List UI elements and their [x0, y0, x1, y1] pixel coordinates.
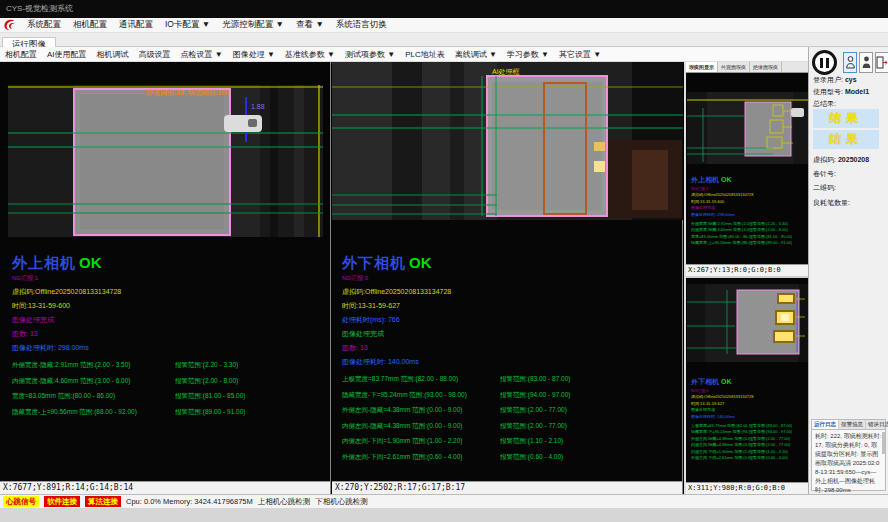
connector-tab — [791, 108, 804, 117]
pixel-coords-bar: X:311;Y:980;R:0;G:0;B:0 — [686, 482, 808, 494]
log-tabs: 运行日志 报警信息 错误日志 — [812, 420, 885, 430]
tab-insulation-defect[interactable]: 绝缘面瑕疵 — [750, 62, 782, 72]
middle-image-canvas[interactable]: AI处理框 — [332, 62, 683, 220]
measurement-text: 内侧左间-下间=1.90mm 范围:(1.00 - 2.20) — [342, 437, 500, 446]
app-logo-icon — [3, 19, 17, 31]
time-line: 时间:13-31-59-627 — [342, 301, 679, 311]
toolbar-item[interactable]: PLC地址表 — [400, 49, 450, 60]
user-switch-button[interactable] — [859, 52, 873, 73]
toolbar-item[interactable]: 离线调试 ▼ — [450, 49, 502, 60]
measurement-row: 外侧宽度-隐藏:2.91mm 范围:(2.00 - 3.50)报警范围:(2.2… — [12, 361, 327, 370]
heartbeat-badge: 心跳信号 — [3, 496, 39, 507]
menu-item[interactable]: 系统配置 — [21, 19, 67, 31]
toolbar-item[interactable]: 点检设置 ▼ — [176, 49, 228, 60]
left-image-canvas[interactable]: 静态阈值:93, 动态阈值:100 1.88 — [8, 85, 323, 237]
camera-title: 外下相机 — [691, 378, 719, 385]
measurement-row: 内侧宽度-隐藏:4.60mm 范围:(3.00 - 6.00)报警范围:(2.0… — [12, 377, 327, 386]
result-box-upper: 结果 — [813, 109, 879, 128]
measurement-list: 外侧宽度-隐藏:2.91mm 范围:(2.00 - 3.50)报警范围:(2.2… — [691, 221, 806, 247]
user-icon — [846, 56, 855, 69]
process-done-line: 图像处理完成 — [342, 329, 679, 339]
camera-view-upper-outer[interactable]: 静态阈值:93, 动态阈值:100 1.88 外上相机OK NG汇报:1 虚拟码… — [0, 62, 331, 494]
mini-image-canvas[interactable] — [687, 284, 808, 362]
measurement-text: 外侧左间-下间=2.61mm 范围:(0.60 - 4.00) — [342, 453, 500, 462]
toolbar-item[interactable]: 其它设置 ▼ — [554, 49, 606, 60]
menu-item[interactable]: 系统语言切换 — [330, 19, 393, 31]
alarm-range: 报警范围:(2.00 - 77.00) — [500, 422, 567, 431]
status-bar: 心跳信号 软件连接 算法连接 Cpu: 0.0% Memory: 3424.41… — [0, 494, 888, 508]
measurement-row: 隐藏宽度-上=90.56mm 范围:(88.00 - 92.00)报警范围:(8… — [691, 240, 806, 246]
measurement-row: 外侧左间-下间=2.61mm 范围:(0.60 - 4.00)报警范围:(0.6… — [691, 455, 806, 461]
measurement-text: 上极宽度=83.77mm 范围:(82.00 - 88.00) — [342, 375, 500, 384]
barcode-line: 虚拟码:Offline20250208133134728 — [12, 287, 327, 297]
measurement-text: 隐藏宽度-上=90.56mm 范围:(88.00 - 92.00) — [12, 408, 175, 417]
cpu-memory-text: Cpu: 0.0% Memory: 3424.41796875M — [126, 497, 253, 506]
alarm-range: 报警范围:(94.00 - 97.00) — [500, 391, 570, 400]
measurement-text: 宽度=83.05mm 范围:(80.00 - 86.00) — [12, 392, 175, 401]
pixel-coords-bar: X:7677;Y:891;R:14;G:14;B:14 — [0, 481, 330, 494]
menu-item[interactable]: 光源控制配置 ▼ — [216, 19, 290, 31]
camera-view-lower-outer[interactable]: AI处理框 外下相机OK NG汇报:0 虚拟码:Offline202502081… — [332, 62, 683, 494]
alarm-range: 报警范围:(89.00 - 91.00) — [175, 408, 245, 417]
measurement-row: 内侧左间-下间=1.90mm 范围:(1.00 - 2.20)报警范围:(1.1… — [342, 437, 679, 446]
virtual-code-value: 20250208 — [838, 156, 869, 163]
camera-area: 静态阈值:93, 动态阈值:100 1.88 外上相机OK NG汇报:1 虚拟码… — [0, 62, 808, 494]
toolbar-item[interactable]: 测试项参数 ▼ — [340, 49, 400, 60]
defect-panel-lower[interactable]: 外下相机OK NG汇报:0 虚拟码:Offline202502081331347… — [686, 278, 808, 494]
pause-button[interactable] — [812, 50, 837, 75]
marker-label: 1.88 — [251, 103, 265, 110]
upper-camera-heartbeat[interactable]: 上相机心跳检测 — [258, 497, 311, 507]
user-filled-icon — [862, 56, 871, 69]
mini-image-canvas[interactable] — [687, 92, 808, 164]
alarm-range: 报警范围:(81.00 - 85.00) — [175, 392, 245, 401]
result-box-lower: 结果 — [813, 130, 879, 149]
toolbar-item[interactable]: 相机调试 — [92, 49, 134, 60]
toolbar-item[interactable]: 学习参数 ▼ — [502, 49, 554, 60]
measurement-row: 宽度=83.05mm 范围:(80.00 - 86.00)报警范围:(81.00… — [12, 392, 327, 401]
toolbar-item[interactable]: 图像处理 ▼ — [228, 49, 280, 60]
user-login-button[interactable] — [843, 52, 857, 73]
elapsed-line: 图像处理耗时: 298.00ms — [12, 343, 327, 353]
camera-title: 外下相机 — [342, 254, 406, 271]
exit-button[interactable] — [875, 52, 888, 73]
measurement-text: 外侧左间-隐藏=4.38mm 范围:(0.00 - 9.00) — [342, 406, 500, 415]
tab-error-log[interactable]: 错误日志 — [866, 420, 888, 429]
control-panel: 登录用户:cys 使用型号:Model1 总结果: 结果 结果 虚拟码:2025… — [808, 47, 888, 494]
menu-item[interactable]: 相机配置 — [67, 19, 113, 31]
software-link-badge: 软件连接 — [44, 496, 80, 507]
toolbar: 相机配置 AI使用配置 相机调试 高级设置 点检设置 ▼ 图像处理 ▼ 基准线参… — [0, 47, 808, 62]
bottom-strip — [0, 508, 888, 522]
toolbar-item[interactable]: 相机配置 — [0, 49, 42, 60]
toolbar-item[interactable]: AI使用配置 — [42, 49, 92, 60]
tab-appearance-defect[interactable]: 外观面瑕疵 — [718, 62, 750, 72]
menu-item[interactable]: 通讯配置 — [113, 19, 159, 31]
toolbar-item[interactable]: 基准线参数 ▼ — [280, 49, 340, 60]
tab-alarm-log[interactable]: 报警信息 — [839, 420, 866, 429]
log-scrollbar[interactable] — [882, 432, 885, 454]
toolbar-item[interactable]: 高级设置 — [134, 49, 176, 60]
defect-panel-upper[interactable]: 瑕疵图显示 外观面瑕疵 绝缘面瑕疵 — [686, 62, 808, 276]
measurement-row: 外侧左间-隐藏=4.38mm 范围:(0.00 - 9.00)报警范围:(2.0… — [342, 406, 679, 415]
pixel-coords-bar: X:270;Y:2502;R:17;G:17;B:17 — [332, 481, 682, 494]
elapsed-line: 图像处理耗时: 140.00ms — [691, 414, 806, 420]
camera-title: 外上相机 — [12, 254, 76, 271]
log-panel: 运行日志 报警信息 错误日志 耗时: 222, 瑕疵检测耗时: 17, 瑕疵分类… — [811, 419, 886, 491]
model-value: Model1 — [845, 88, 869, 95]
result-ok: OK — [721, 378, 732, 385]
tab-run-log[interactable]: 运行日志 — [812, 420, 839, 429]
algorithm-link-badge: 算法连接 — [85, 496, 121, 507]
measurement-list: 外侧宽度-隐藏:2.91mm 范围:(2.00 - 3.50)报警范围:(2.2… — [12, 361, 327, 417]
tab-defect-image[interactable]: 瑕疵图显示 — [686, 62, 718, 72]
lower-camera-heartbeat[interactable]: 下相机心跳检测 — [315, 497, 368, 507]
qr-code-row: 二维码: — [813, 183, 836, 193]
menu-item[interactable]: 查看 ▼ — [290, 19, 330, 31]
alarm-range: 报警范围:(83.00 - 87.00) — [500, 375, 570, 384]
alarm-range: 报警范围:(0.60 - 4.00) — [500, 453, 563, 462]
login-user-value: cys — [845, 76, 857, 83]
menu-item[interactable]: IO卡配置 ▼ — [159, 19, 216, 31]
measurement-row: 外侧左间-下间=2.61mm 范围:(0.60 - 4.00)报警范围:(0.6… — [342, 453, 679, 462]
measurement-row: 隐藏宽度-下=95.24mm 范围:(93.00 - 98.00)报警范围:(9… — [342, 391, 679, 400]
pixel-coords-bar: X:267;Y:13;R:0;G:0;B:0 — [686, 264, 808, 276]
app-title: CYS-视觉检测系统 — [6, 4, 73, 13]
result-ok: OK — [409, 254, 432, 271]
